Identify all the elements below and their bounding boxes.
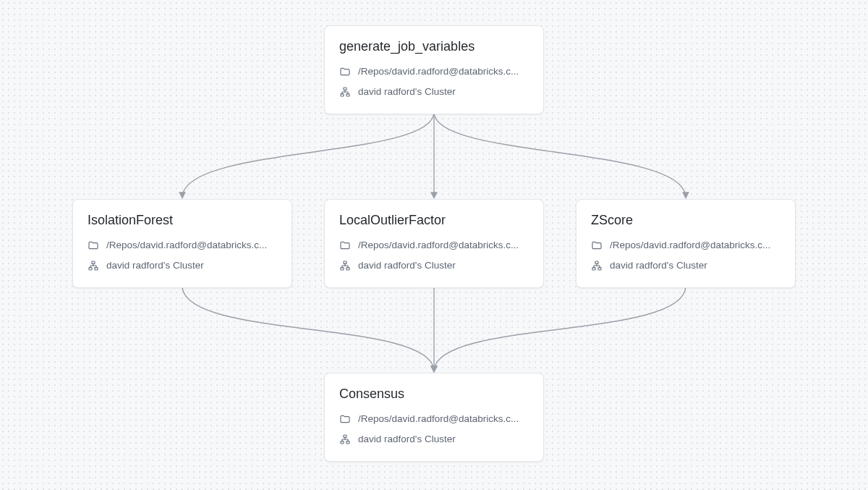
cluster-icon xyxy=(339,260,351,271)
task-node-consensus[interactable]: Consensus /Repos/david.radford@databrick… xyxy=(324,373,544,462)
task-repo-path: /Repos/david.radford@databricks.c... xyxy=(358,413,529,425)
task-cluster-name: david radford's Cluster xyxy=(358,434,529,445)
folder-icon xyxy=(339,240,351,251)
folder-icon xyxy=(88,240,99,251)
task-cluster-name: david radford's Cluster xyxy=(358,260,529,271)
task-node-zscore[interactable]: ZScore /Repos/david.radford@databricks.c… xyxy=(576,199,796,288)
task-cluster-name: david radford's Cluster xyxy=(358,86,529,98)
task-title: Consensus xyxy=(339,386,529,402)
task-cluster-name: david radford's Cluster xyxy=(610,260,780,271)
cluster-icon xyxy=(339,434,351,445)
cluster-icon xyxy=(591,260,603,271)
task-cluster-row: david radford's Cluster xyxy=(339,83,529,101)
task-title: IsolationForest xyxy=(88,213,277,228)
task-node-generate-job-variables[interactable]: generate_job_variables /Repos/david.radf… xyxy=(324,25,544,114)
dag-canvas: generate_job_variables /Repos/david.radf… xyxy=(0,0,868,490)
task-cluster-row: david radford's Cluster xyxy=(591,257,780,274)
task-title: generate_job_variables xyxy=(339,39,529,54)
task-repo-row: /Repos/david.radford@databricks.c... xyxy=(591,237,780,254)
task-repo-path: /Repos/david.radford@databricks.c... xyxy=(610,240,780,251)
cluster-icon xyxy=(88,260,99,271)
task-repo-row: /Repos/david.radford@databricks.c... xyxy=(339,237,529,254)
task-node-local-outlier-factor[interactable]: LocalOutlierFactor /Repos/david.radford@… xyxy=(324,199,544,288)
task-cluster-row: david radford's Cluster xyxy=(339,257,529,274)
task-title: LocalOutlierFactor xyxy=(339,213,529,228)
task-title: ZScore xyxy=(591,213,780,228)
task-cluster-row: david radford's Cluster xyxy=(88,257,277,274)
task-repo-row: /Repos/david.radford@databricks.c... xyxy=(339,410,529,428)
folder-icon xyxy=(339,66,351,77)
cluster-icon xyxy=(339,86,351,98)
task-repo-row: /Repos/david.radford@databricks.c... xyxy=(339,63,529,80)
task-repo-path: /Repos/david.radford@databricks.c... xyxy=(358,240,529,251)
task-repo-path: /Repos/david.radford@databricks.c... xyxy=(106,240,277,251)
task-repo-path: /Repos/david.radford@databricks.c... xyxy=(358,66,529,77)
folder-icon xyxy=(339,413,351,425)
task-repo-row: /Repos/david.radford@databricks.c... xyxy=(88,237,277,254)
task-cluster-row: david radford's Cluster xyxy=(339,431,529,448)
folder-icon xyxy=(591,240,603,251)
task-cluster-name: david radford's Cluster xyxy=(106,260,277,271)
task-node-isolation-forest[interactable]: IsolationForest /Repos/david.radford@dat… xyxy=(72,199,292,288)
